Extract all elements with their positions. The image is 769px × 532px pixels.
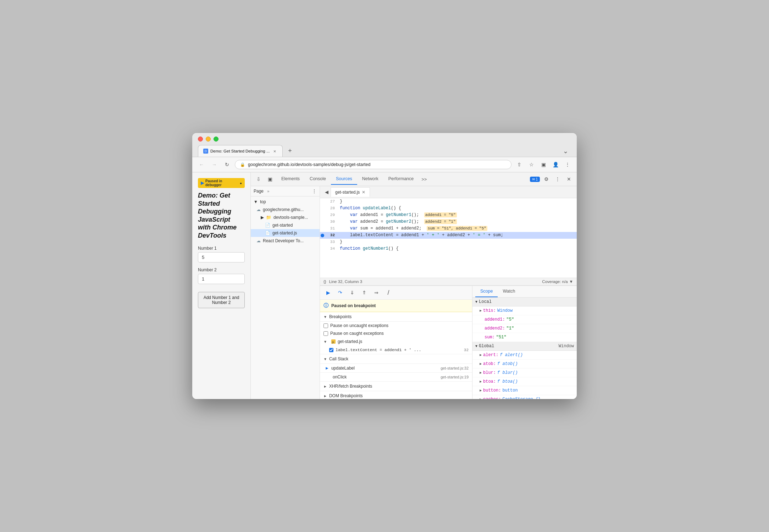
editor-file-tab-close[interactable]: ✕	[362, 190, 365, 195]
tree-item-react-devtools[interactable]: ☁ React Developer To...	[251, 237, 320, 245]
deactivate-breakpoints-button[interactable]: /	[384, 288, 393, 297]
sources-more[interactable]: »	[265, 189, 269, 193]
bp-checkbox-1[interactable]	[329, 348, 333, 352]
tree-item-googlechrome[interactable]: ☁ googlechrome.githu...	[251, 206, 320, 214]
devtools-tabs-right: ✉ 1 ⚙ ⋮ ✕	[530, 174, 574, 184]
editor-file-tab-js[interactable]: get-started.js ✕	[331, 187, 370, 197]
step-out-button[interactable]: ⇑	[360, 288, 369, 297]
devtools-close-button[interactable]: ✕	[564, 174, 574, 184]
devtools-more-button[interactable]: ⋮	[553, 174, 563, 184]
scope-addend1-val: "5"	[507, 316, 514, 323]
scope-local-header[interactable]: ▼ Local	[472, 298, 577, 306]
devtools-tabs-overflow[interactable]: >>	[419, 175, 430, 183]
bookmark-button[interactable]: ☆	[526, 160, 536, 170]
top-icon: ▼	[254, 199, 258, 204]
tabs-row: D Demo: Get Started Debugging ... × + ⌄	[198, 145, 571, 157]
maximize-window-button[interactable]	[214, 137, 218, 142]
scope-item-this: ► this: Window	[472, 306, 577, 315]
tab-elements[interactable]: Elements	[276, 173, 305, 185]
line-content-32: label.textContent = addend1 + ' + ' + ad…	[338, 232, 577, 239]
line-num-31: 31	[325, 225, 338, 232]
devtools-settings-button[interactable]: ⚙	[541, 174, 551, 184]
callstack-section-header[interactable]: ▼ Call Stack	[320, 354, 472, 364]
back-button[interactable]: ←	[197, 160, 206, 170]
code-line-27: 27 }	[320, 198, 577, 205]
scope-blur-val: f blur()	[497, 370, 518, 376]
pause-caught-checkbox[interactable]	[323, 331, 328, 336]
sources-page-tab[interactable]: Page	[254, 189, 264, 194]
file-tree: ▼ top ☁ googlechrome.githu... ▶ 📁 devtoo…	[251, 196, 320, 399]
xhr-section-header[interactable]: ► XHR/fetch Breakpoints	[320, 382, 472, 391]
reload-button[interactable]: ↻	[222, 160, 232, 170]
tree-item-get-started[interactable]: 📄 get-started	[251, 221, 320, 229]
callstack-item-2[interactable]: onClick get-started.js:19	[320, 373, 472, 382]
tab-close-button[interactable]: ×	[272, 148, 277, 154]
step-button[interactable]: ⇒	[372, 288, 381, 297]
debugger-record-icon: ●	[240, 181, 242, 185]
editor-tabs: ◀ get-started.js ✕	[320, 186, 577, 198]
new-tab-button[interactable]: +	[285, 146, 295, 156]
scope-alert-arrow[interactable]: ►	[480, 353, 482, 358]
scope-caches-key: caches:	[483, 396, 501, 399]
scope-tab-scope[interactable]: Scope	[475, 286, 498, 297]
code-line-33: 33 }	[320, 239, 577, 245]
bp-file-header[interactable]: ▼ js get-started.js	[320, 337, 472, 346]
scope-addend2-val: "1"	[507, 325, 514, 332]
devtools-inspect-icon[interactable]: ▣	[265, 172, 275, 186]
address-input[interactable]: 🔒 googlechrome.github.io/devtools-sample…	[235, 160, 511, 169]
forward-button[interactable]: →	[209, 160, 219, 170]
dom-section-header[interactable]: ► DOM Breakpoints	[320, 391, 472, 399]
scope-blur-arrow[interactable]: ►	[480, 370, 482, 376]
callstack-item-1[interactable]: ► updateLabel get-started.js:32	[320, 364, 472, 373]
sources-options-icon[interactable]: ⋮	[312, 188, 317, 194]
breakpoints-section-header[interactable]: ▼ Breakpoints	[320, 312, 472, 322]
tab-performance[interactable]: Performance	[383, 173, 419, 185]
menu-button[interactable]: ⋮	[563, 160, 572, 170]
tree-item-get-started-js[interactable]: 📄 get-started.js	[251, 229, 320, 237]
tab-console[interactable]: Console	[305, 173, 331, 185]
profile-button[interactable]: 👤	[551, 160, 560, 170]
scope-caches-arrow[interactable]: ►	[480, 397, 482, 399]
scope-tab-watch[interactable]: Watch	[498, 286, 520, 297]
scope-global-header[interactable]: ▼ Global Window	[472, 342, 577, 351]
tree-label-googlechrome: googlechrome.githu...	[263, 207, 304, 212]
callstack-arrow: ▼	[323, 357, 327, 361]
code-line-28: 28 function updateLabel() {	[320, 205, 577, 212]
minimize-window-button[interactable]	[206, 137, 211, 142]
status-bar: {} Line 32, Column 3 Coverage: n/a ▼	[320, 278, 577, 286]
code-line-34: 34 function getNumber1() {	[320, 245, 577, 252]
code-area[interactable]: 27 } 28 function updateLabel() { 29	[320, 198, 577, 278]
pause-uncaught-checkbox[interactable]	[323, 323, 328, 328]
tab-sources[interactable]: Sources	[331, 173, 357, 185]
step-over-button[interactable]: ↷	[336, 288, 345, 297]
tab-network[interactable]: Network	[357, 173, 383, 185]
add-numbers-button[interactable]: Add Number 1 and Number 2	[198, 292, 245, 308]
editor-nav-back[interactable]: ◀	[323, 188, 331, 196]
scope-local-arrow: ▼	[475, 300, 477, 304]
tree-item-top[interactable]: ▼ top	[251, 198, 320, 206]
scope-btoa-arrow[interactable]: ►	[480, 379, 482, 384]
scope-global-label: Global	[479, 344, 494, 349]
debugger-content: ⓘ Paused on breakpoint ▼ Breakpoints	[320, 300, 472, 399]
step-into-button[interactable]: ⇓	[348, 288, 357, 297]
extensions-button[interactable]: ▣	[538, 160, 548, 170]
close-window-button[interactable]	[198, 137, 203, 142]
scope-atob-arrow[interactable]: ►	[480, 361, 482, 367]
number2-input[interactable]	[198, 274, 245, 284]
callstack-file-2: get-started.js:19	[441, 375, 469, 379]
scope-blur-key: blur:	[483, 370, 496, 376]
tab-overflow-button[interactable]: ⌄	[560, 146, 571, 156]
scope-this-arrow[interactable]: ►	[480, 308, 482, 314]
scope-button-arrow[interactable]: ►	[480, 388, 482, 393]
share-button[interactable]: ⇧	[514, 160, 524, 170]
number1-input[interactable]	[198, 252, 245, 262]
messages-badge[interactable]: ✉ 1	[530, 177, 540, 182]
scope-tabs: Scope Watch	[472, 286, 577, 298]
resume-button[interactable]: ▶	[323, 288, 333, 297]
devtools-cursor-icon[interactable]: ⇩	[254, 172, 264, 186]
number2-group: Number 2	[198, 267, 245, 284]
line-num-28: 28	[325, 205, 338, 212]
browser-tab-active[interactable]: D Demo: Get Started Debugging ... ×	[198, 145, 283, 157]
folder-arrow-icon: ▶	[261, 215, 264, 220]
tree-item-devtools-sample[interactable]: ▶ 📁 devtools-sample...	[251, 214, 320, 221]
